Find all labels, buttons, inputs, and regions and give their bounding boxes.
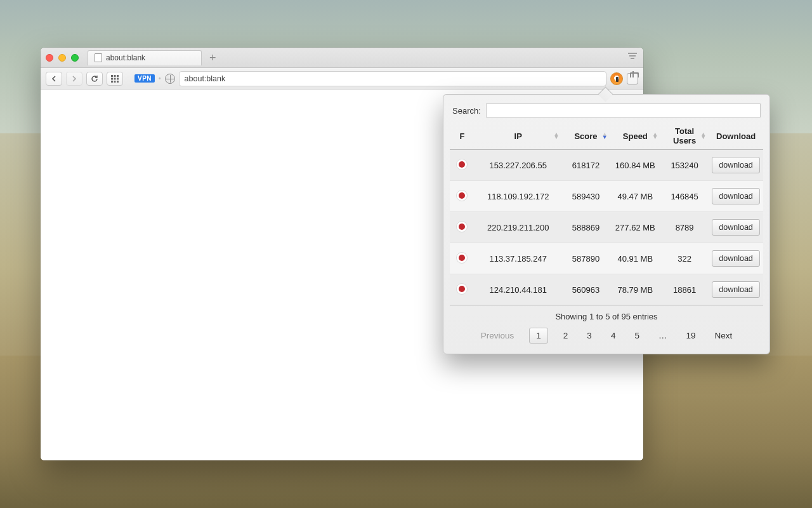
server-table: F IP▲▼ Score▲▼ Speed▲▼ Total Users▲▼ Dow…: [450, 123, 763, 305]
cell-speed: 49.47 MB: [610, 181, 661, 212]
col-download: Download: [709, 123, 763, 150]
cell-ip: 124.210.44.181: [475, 274, 562, 305]
cell-total-users: 146845: [660, 181, 709, 212]
page-previous[interactable]: Previous: [477, 328, 518, 343]
page-next[interactable]: Next: [710, 328, 736, 343]
reload-button[interactable]: [86, 72, 103, 86]
svg-rect-0: [111, 75, 113, 77]
page-5[interactable]: 5: [631, 328, 643, 343]
cell-score: 560963: [561, 274, 610, 305]
page-3[interactable]: 3: [583, 328, 596, 343]
cell-score: 589430: [561, 181, 610, 212]
search-input[interactable]: [486, 104, 761, 117]
table-row: 124.210.44.18156096378.79 MB18861downloa…: [450, 274, 763, 305]
download-button[interactable]: download: [712, 157, 760, 173]
col-flag[interactable]: F: [450, 123, 475, 150]
table-row: 113.37.185.24758789040.91 MB322download: [450, 243, 763, 274]
cell-ip: 220.219.211.200: [475, 212, 562, 243]
page-icon: [95, 53, 102, 62]
page-1[interactable]: 1: [529, 328, 548, 344]
page-ellipsis: …: [655, 328, 671, 343]
flag-jp-icon: [456, 190, 468, 201]
cell-score: 588869: [561, 212, 610, 243]
vpn-extension-icon[interactable]: [610, 72, 623, 85]
globe-icon[interactable]: [165, 74, 175, 84]
address-bar[interactable]: about:blank: [179, 71, 606, 86]
col-score[interactable]: Score▲▼: [561, 123, 610, 150]
sort-icon: ▲▼: [554, 133, 560, 139]
sort-desc-icon: ▲▼: [602, 133, 608, 139]
svg-rect-6: [111, 81, 113, 83]
svg-rect-2: [117, 75, 119, 77]
cell-ip: 153.227.206.55: [475, 150, 562, 181]
search-label: Search:: [452, 106, 481, 116]
table-row: 220.219.211.200588869277.62 MB8789downlo…: [450, 212, 763, 243]
cell-total-users: 8789: [660, 212, 709, 243]
svg-rect-4: [114, 77, 116, 79]
svg-rect-3: [111, 77, 113, 79]
speed-dial-button[interactable]: [107, 72, 123, 86]
window-controls: [46, 54, 79, 62]
page-4[interactable]: 4: [607, 328, 620, 343]
cell-speed: 160.84 MB: [610, 150, 661, 181]
tab-strip: about:blank +: [41, 48, 643, 68]
browser-tab[interactable]: about:blank: [88, 50, 202, 65]
maximize-window-button[interactable]: [71, 54, 79, 62]
forward-button[interactable]: [66, 72, 82, 86]
flag-jp-icon: [456, 221, 468, 232]
flag-jp-icon: [456, 283, 468, 295]
minimize-window-button[interactable]: [58, 54, 66, 62]
cell-score: 618172: [561, 150, 610, 181]
svg-rect-5: [117, 77, 119, 79]
vpn-badge[interactable]: VPN: [134, 74, 155, 83]
download-button[interactable]: download: [712, 188, 760, 204]
download-button[interactable]: download: [712, 219, 760, 236]
svg-rect-7: [114, 81, 116, 83]
table-row: 118.109.192.17258943049.47 MB146845downl…: [450, 181, 763, 212]
cell-ip: 113.37.185.247: [475, 243, 562, 274]
table-status: Showing 1 to 5 of 95 entries: [450, 312, 763, 321]
table-row: 153.227.206.55618172160.84 MB153240downl…: [450, 150, 763, 181]
col-total-users[interactable]: Total Users▲▼: [660, 123, 709, 150]
tabstrip-menu-icon[interactable]: [628, 53, 637, 62]
toolbar: VPN • about:blank: [41, 68, 643, 90]
extension-popover: Search: F IP▲▼ Score▲▼ Speed▲▼ Total Use…: [443, 94, 770, 354]
svg-rect-1: [114, 75, 116, 77]
back-button[interactable]: [46, 72, 62, 86]
share-icon[interactable]: [627, 73, 638, 84]
flag-jp-icon: [456, 159, 468, 170]
page-2[interactable]: 2: [560, 328, 572, 343]
col-speed[interactable]: Speed▲▼: [610, 123, 661, 150]
close-window-button[interactable]: [46, 54, 53, 62]
download-button[interactable]: download: [712, 281, 760, 298]
page-last[interactable]: 19: [682, 328, 699, 343]
download-button[interactable]: download: [712, 250, 760, 267]
cell-total-users: 18861: [660, 274, 709, 305]
cell-speed: 277.62 MB: [610, 212, 661, 243]
cell-speed: 78.79 MB: [610, 274, 661, 305]
sort-icon: ▲▼: [652, 133, 658, 139]
flag-jp-icon: [456, 252, 468, 264]
cell-speed: 40.91 MB: [610, 243, 661, 274]
cell-total-users: 153240: [660, 150, 709, 181]
address-bar-url: about:blank: [185, 74, 226, 83]
col-ip[interactable]: IP▲▼: [475, 123, 562, 150]
svg-rect-8: [117, 81, 119, 83]
pagination: Previous 12345 … 19 Next: [450, 328, 763, 344]
tab-title: about:blank: [106, 53, 145, 62]
separator-dot: •: [159, 75, 161, 82]
sort-icon: ▲▼: [700, 133, 706, 139]
cell-score: 587890: [561, 243, 610, 274]
new-tab-button[interactable]: +: [209, 52, 216, 64]
cell-ip: 118.109.192.172: [475, 181, 562, 212]
cell-total-users: 322: [660, 243, 709, 274]
